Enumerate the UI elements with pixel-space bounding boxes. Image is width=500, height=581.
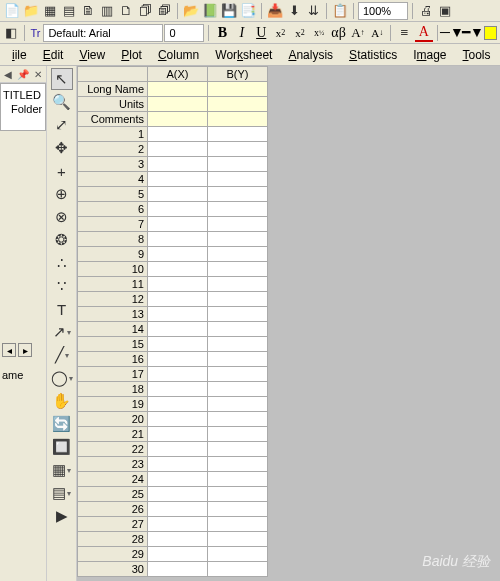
row-header[interactable]: 10 — [78, 262, 148, 277]
row-header[interactable]: 23 — [78, 457, 148, 472]
cell[interactable] — [148, 517, 208, 532]
cell[interactable] — [148, 142, 208, 157]
cell[interactable] — [208, 487, 268, 502]
pointer-tool-button[interactable]: ↖ — [51, 68, 73, 90]
new-notes-icon[interactable]: 🗊 — [155, 2, 173, 20]
pan-tool-button[interactable]: ✋ — [51, 390, 73, 412]
menu-file[interactable]: iFileile — [4, 46, 35, 64]
cell[interactable] — [208, 382, 268, 397]
screen-reader-button[interactable]: ⊕ — [51, 183, 73, 205]
menu-analysis[interactable]: Analysis — [280, 46, 341, 64]
line-width-button[interactable]: ━▼ — [463, 24, 483, 42]
cell[interactable] — [148, 262, 208, 277]
save-template-icon[interactable]: 📑 — [239, 2, 257, 20]
row-header[interactable]: 24 — [78, 472, 148, 487]
align-left-button[interactable]: ≡ — [395, 24, 413, 42]
menu-tools[interactable]: Tools — [455, 46, 499, 64]
data-selector-button[interactable]: ⊗ — [51, 206, 73, 228]
cell[interactable] — [208, 157, 268, 172]
new-excel-icon[interactable]: ▤ — [60, 2, 78, 20]
insert-graph-button[interactable]: ▦▾ — [51, 459, 73, 481]
worksheet-table[interactable]: A(X) B(Y) Long NameUnitsComments12345678… — [77, 66, 268, 577]
row-header[interactable]: 21 — [78, 427, 148, 442]
new-matrix-icon[interactable]: ▥ — [98, 2, 116, 20]
cell[interactable] — [208, 412, 268, 427]
row-header[interactable]: 11 — [78, 277, 148, 292]
rotate-tool-button[interactable]: 🔄 — [51, 413, 73, 435]
import-wizard-icon[interactable]: 📥 — [266, 2, 284, 20]
expand-right-button[interactable]: ▶ — [51, 505, 73, 527]
zoom-dropdown[interactable] — [358, 2, 408, 20]
cell[interactable] — [208, 322, 268, 337]
row-header[interactable]: 1 — [78, 127, 148, 142]
row-header[interactable]: 30 — [78, 562, 148, 577]
greek-button[interactable]: αβ — [329, 24, 347, 42]
cell[interactable] — [208, 502, 268, 517]
cell[interactable] — [148, 397, 208, 412]
cell[interactable] — [208, 547, 268, 562]
cell[interactable] — [208, 247, 268, 262]
reader-tool-button[interactable]: + — [51, 160, 73, 182]
shape-tool-button[interactable]: ◯▾ — [51, 367, 73, 389]
pin-icon[interactable]: 📌 — [17, 68, 29, 80]
corner-cell[interactable] — [78, 67, 148, 82]
row-header[interactable]: Comments — [78, 112, 148, 127]
row-header[interactable]: 3 — [78, 157, 148, 172]
cell[interactable] — [148, 307, 208, 322]
open-icon[interactable]: 📂 — [182, 2, 200, 20]
row-header[interactable]: Units — [78, 97, 148, 112]
row-header[interactable]: 15 — [78, 337, 148, 352]
row-header[interactable]: 8 — [78, 232, 148, 247]
cell[interactable] — [148, 472, 208, 487]
zoom-in-tool-button[interactable]: 🔍 — [51, 91, 73, 113]
subscript-button[interactable]: x2 — [291, 24, 309, 42]
row-header[interactable]: Long Name — [78, 82, 148, 97]
cell[interactable] — [208, 532, 268, 547]
zoom-rect-button[interactable]: 🔲 — [51, 436, 73, 458]
menu-plot[interactable]: Plot — [113, 46, 150, 64]
cell[interactable] — [208, 187, 268, 202]
row-header[interactable]: 28 — [78, 532, 148, 547]
open-excel-icon[interactable]: 📗 — [201, 2, 219, 20]
import-multi-icon[interactable]: ⇊ — [304, 2, 322, 20]
cell[interactable] — [208, 367, 268, 382]
cell[interactable] — [208, 442, 268, 457]
cell[interactable] — [208, 517, 268, 532]
supersub-button[interactable]: x½ — [310, 24, 328, 42]
dock-left-icon[interactable]: ◀ — [2, 68, 14, 80]
cell[interactable] — [208, 142, 268, 157]
row-header[interactable]: 25 — [78, 487, 148, 502]
font-dropdown[interactable] — [43, 24, 163, 42]
row-header[interactable]: 4 — [78, 172, 148, 187]
cell[interactable] — [208, 127, 268, 142]
menu-image[interactable]: Image — [405, 46, 454, 64]
cell[interactable] — [208, 562, 268, 577]
row-header[interactable]: 26 — [78, 502, 148, 517]
row-header[interactable]: 20 — [78, 412, 148, 427]
cell[interactable] — [148, 562, 208, 577]
cell[interactable] — [208, 262, 268, 277]
cell[interactable] — [208, 472, 268, 487]
panel-next-button[interactable]: ▸ — [18, 343, 32, 357]
cell[interactable] — [208, 82, 268, 97]
row-header[interactable]: 16 — [78, 352, 148, 367]
cell[interactable] — [148, 157, 208, 172]
superscript-button[interactable]: x2 — [271, 24, 289, 42]
new-project-icon[interactable]: 📄 — [3, 2, 21, 20]
cell[interactable] — [148, 247, 208, 262]
panel-prev-button[interactable]: ◂ — [2, 343, 16, 357]
zoom-out-tool-button[interactable]: ⤢ — [51, 114, 73, 136]
reimport-icon[interactable]: ▣ — [436, 2, 454, 20]
cell[interactable] — [148, 412, 208, 427]
row-header[interactable]: 2 — [78, 142, 148, 157]
draw-data-button[interactable]: ∵ — [51, 275, 73, 297]
cell[interactable] — [148, 337, 208, 352]
italic-button[interactable]: I — [233, 24, 251, 42]
cell[interactable] — [148, 322, 208, 337]
cell[interactable] — [148, 457, 208, 472]
row-header[interactable]: 6 — [78, 202, 148, 217]
row-header[interactable]: 18 — [78, 382, 148, 397]
cell[interactable] — [208, 427, 268, 442]
cell[interactable] — [208, 292, 268, 307]
rescale-tool-button[interactable]: ✥ — [51, 137, 73, 159]
